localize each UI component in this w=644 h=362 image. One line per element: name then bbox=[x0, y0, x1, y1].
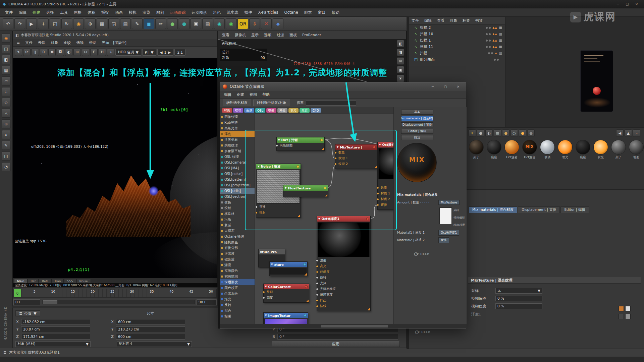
node-type-item[interactable]: 卡通渐变 bbox=[220, 279, 255, 285]
position-value-field[interactable]: 171.524 cm bbox=[21, 334, 90, 340]
menubar-item[interactable]: 选择 bbox=[43, 8, 57, 17]
render-region-icon[interactable]: ◲ bbox=[108, 18, 119, 29]
node-type-item[interactable]: 渐变 bbox=[220, 296, 255, 302]
window-maximize-button[interactable]: ▢ bbox=[623, 2, 632, 6]
samples-stepper[interactable]: ◀1▶ bbox=[157, 49, 174, 56]
node-search-input[interactable] bbox=[306, 100, 356, 106]
object-tree-row[interactable]: ∿ 扫描.10 ▲▲ ▦ bbox=[409, 31, 505, 37]
node-category-chip[interactable]: 其他 bbox=[277, 108, 287, 113]
axis-lock-icon[interactable]: ⊕ bbox=[2, 119, 11, 128]
object-manager-menu-item[interactable]: 文件 bbox=[409, 17, 422, 24]
node-editor-titlebar[interactable]: Octane 节点编辑器 ─ ▢ ✕ bbox=[220, 82, 466, 91]
node-imagetexture[interactable]: ▼ImageTextur bbox=[263, 312, 308, 324]
size-value-field[interactable]: 600 cm bbox=[116, 334, 185, 340]
node-category-chip[interactable]: 生成 bbox=[244, 108, 254, 113]
parameter-value-field[interactable]: 0 % bbox=[495, 296, 542, 301]
node-input-port[interactable]: 材质 2 bbox=[378, 196, 393, 202]
node-oct-glossy[interactable]: ▼Oct光泽度1 漫射高光粗糙度旋转光泽光泽粗糙度薄膜宽度凹凸法线 bbox=[317, 216, 371, 311]
ground-preset-icon[interactable]: ● bbox=[527, 129, 535, 137]
object-manager-menu-item[interactable]: 查看 bbox=[434, 17, 447, 24]
glass-preset-icon[interactable]: ○ bbox=[511, 129, 518, 137]
render-view-menu-item[interactable]: 摄像机 bbox=[232, 32, 249, 39]
viewer-menu-icon[interactable]: ≡ bbox=[14, 39, 22, 47]
amount-color-swatch[interactable] bbox=[439, 207, 452, 224]
emission-preset-icon[interactable]: ● bbox=[519, 129, 526, 137]
redo-icon[interactable]: ↷ bbox=[14, 18, 25, 29]
menubar-item[interactable]: 模拟 bbox=[126, 8, 140, 17]
node-output-dot[interactable] bbox=[320, 139, 323, 141]
texture-mode-icon[interactable]: ▦ bbox=[2, 66, 11, 75]
render-pass-tab[interactable]: Ref bbox=[28, 279, 39, 283]
render-view-menu-item[interactable]: 面板 bbox=[287, 32, 300, 39]
octane-tag-icons[interactable]: ▲▲ bbox=[492, 26, 497, 29]
attribute-tab[interactable]: Mix materials | 混合材质 bbox=[469, 206, 517, 213]
user-avatar-icon[interactable]: ◉ bbox=[2, 34, 11, 43]
node-floattexture[interactable]: ▼FloatTexture bbox=[283, 185, 328, 197]
node-input-port[interactable]: 亮度 bbox=[264, 295, 309, 301]
node-category-chip[interactable]: 纹理 bbox=[233, 108, 243, 113]
node-input-port[interactable]: 旋转 bbox=[317, 275, 370, 281]
material-thumbnail[interactable]: 玻璃 bbox=[540, 140, 555, 160]
node-input-port[interactable]: 纹理 bbox=[264, 289, 309, 295]
editor-minimize-button[interactable]: ─ bbox=[428, 85, 438, 88]
menubar-item[interactable]: 流水线 bbox=[224, 8, 241, 17]
magnet-icon[interactable]: ◔ bbox=[2, 162, 11, 171]
undo-icon[interactable]: ↶ bbox=[3, 18, 13, 29]
octane-qr-icon[interactable]: QR bbox=[237, 18, 248, 29]
node-output-dot[interactable] bbox=[297, 165, 299, 168]
viewer-menu-item[interactable]: 界面 bbox=[99, 39, 112, 47]
node-type-item[interactable]: OSL[projection] bbox=[220, 182, 255, 188]
orange-swatch-icon[interactable] bbox=[619, 306, 624, 311]
material-channel-button[interactable]: 指定 bbox=[401, 135, 433, 140]
view-cube-icon[interactable]: ◧ bbox=[397, 40, 404, 47]
focus-picker-icon[interactable]: ⊡ bbox=[82, 49, 89, 56]
clapper-icon[interactable]: ▤ bbox=[202, 18, 213, 29]
render-settings-icon[interactable]: ▤ bbox=[120, 18, 131, 29]
texture-tag-icon[interactable]: ▦ bbox=[499, 39, 502, 42]
search-icon[interactable]: ⌕ bbox=[633, 129, 640, 137]
node-output-dot[interactable] bbox=[303, 263, 306, 266]
material-thumbnail[interactable]: 底座 bbox=[486, 140, 502, 160]
object-tree-row[interactable]: ∿ 扫描.2 ▲▲ ▦ bbox=[409, 24, 505, 31]
node-input-port[interactable]: 粗糙度 bbox=[317, 269, 370, 275]
node-type-item[interactable]: OSL[MA] bbox=[220, 165, 255, 171]
node-input-port[interactable]: 变换 bbox=[256, 204, 301, 210]
model-mode-icon[interactable]: ◧ bbox=[2, 55, 11, 64]
size-value-field[interactable]: 600 cm bbox=[116, 319, 185, 325]
clay-preset-icon[interactable]: ◐ bbox=[485, 129, 493, 137]
octane-tag-icons[interactable]: ▲ bbox=[495, 52, 497, 55]
menubar-item[interactable]: 渲染 bbox=[140, 8, 153, 17]
node-input-port[interactable]: 置换 bbox=[378, 202, 393, 208]
add-region-icon[interactable]: ＋ bbox=[107, 49, 114, 56]
node-type-item[interactable]: 污垢 bbox=[220, 217, 255, 222]
node-type-item[interactable]: 正弦波 bbox=[220, 251, 255, 256]
hscrollbar-thumb[interactable] bbox=[321, 325, 388, 327]
render-pass-tab[interactable]: Noise bbox=[76, 279, 91, 283]
node-type-item[interactable]: OSL[camera] bbox=[220, 160, 255, 165]
viewer-menu-item[interactable]: 选项 bbox=[73, 39, 86, 47]
node-xture[interactable]: ▼xture bbox=[269, 261, 308, 276]
node-type-item[interactable]: 大理石 bbox=[220, 228, 255, 234]
node-type-item[interactable]: 多象限平铺 bbox=[220, 148, 255, 154]
node-type-item[interactable]: 随机颜色 bbox=[220, 239, 255, 245]
restart-render-icon[interactable]: ⟳ bbox=[23, 49, 31, 56]
viewer-menu-item[interactable]: 对象 bbox=[48, 39, 61, 47]
object-tree-row[interactable]: ◳ 细分曲面 bbox=[409, 56, 505, 63]
kernel-settings-icon[interactable]: ✱ bbox=[48, 49, 56, 56]
amount-node-button[interactable]: MixTexture bbox=[438, 200, 460, 205]
node-category-chip[interactable]: 材质 bbox=[222, 108, 232, 113]
node-output-dot[interactable] bbox=[304, 314, 307, 317]
node-input-port[interactable]: 数量 bbox=[335, 150, 377, 156]
menubar-item[interactable]: 捕捉 bbox=[98, 8, 112, 17]
menubar-item[interactable]: 编辑 bbox=[16, 8, 30, 17]
node-type-item[interactable]: 余弦混合 bbox=[220, 291, 255, 296]
node-resize-corner[interactable] bbox=[306, 299, 309, 302]
node-type-item[interactable]: 实例颜色 bbox=[220, 268, 255, 274]
node-editor-menu-item[interactable]: 编辑 bbox=[221, 91, 234, 99]
visibility-toggles[interactable] bbox=[485, 38, 491, 43]
node-resize-corner[interactable] bbox=[325, 194, 327, 196]
white-swatch-icon[interactable] bbox=[625, 306, 631, 311]
metal-preset-icon[interactable]: ● bbox=[502, 129, 509, 137]
node-input-port[interactable]: 高光 bbox=[317, 263, 370, 269]
material-thumbnail[interactable]: 架子 bbox=[469, 140, 484, 160]
